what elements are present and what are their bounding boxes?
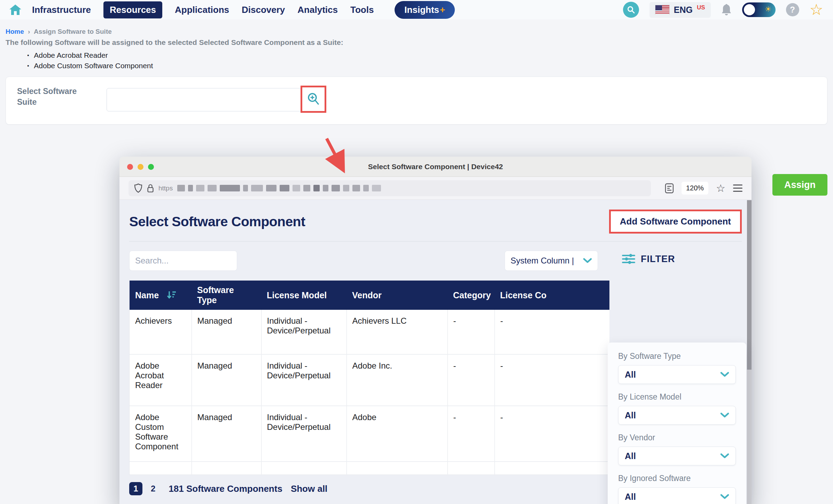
filter-label: FILTER	[641, 254, 675, 265]
bookmark-star-icon[interactable]: ☆	[716, 183, 725, 194]
component-link[interactable]: Achievers	[130, 310, 192, 354]
nav-item-analytics[interactable]: Analytics	[297, 5, 338, 15]
cell-software-type: Managed	[192, 406, 261, 462]
component-search-input[interactable]	[135, 256, 243, 266]
close-window-button[interactable]	[127, 164, 133, 170]
cell-category: -	[447, 310, 495, 354]
filter-label-ignored-software: By Ignored Software	[618, 474, 736, 483]
language-selector[interactable]: ENG US	[649, 2, 711, 18]
breadcrumb-home-link[interactable]: Home	[6, 28, 24, 35]
search-icon	[627, 6, 635, 14]
nav-right-cluster: ENG US ☀ ? ☆	[623, 2, 823, 18]
redacted-url	[177, 185, 381, 191]
assign-button[interactable]: Assign	[772, 174, 827, 196]
insights-plus-icon: +	[440, 5, 445, 15]
column-header-name[interactable]: Name	[130, 281, 192, 310]
popup-content: Select Software Component Add Software C…	[119, 210, 752, 495]
sun-icon: ☀	[765, 5, 772, 14]
select-software-component-window: Select Software Component | Device42 htt…	[119, 157, 752, 504]
cell-license-count: -	[495, 406, 609, 462]
language-region: US	[697, 4, 705, 11]
favorites-star-icon[interactable]: ☆	[810, 2, 823, 17]
table-row: Adobe Custom Software Component Managed …	[130, 406, 609, 462]
zoom-in-icon	[306, 92, 320, 107]
insights-button[interactable]: Insights+	[395, 1, 455, 19]
window-titlebar[interactable]: Select Software Component | Device42	[119, 157, 752, 177]
column-header-license-model[interactable]: License Model	[261, 281, 347, 310]
filter-select-software-type[interactable]: All	[618, 365, 736, 384]
list-item: Adobe Custom Software Component	[27, 61, 827, 71]
add-software-component-button[interactable]: Add Software Component	[609, 210, 742, 234]
minimize-window-button[interactable]	[138, 164, 143, 170]
language-code: ENG	[674, 5, 693, 15]
nav-item-infrastructure[interactable]: Infrastructure	[32, 5, 91, 15]
sort-descending-icon[interactable]	[166, 290, 177, 300]
table-row: Adobe Acrobat Reader Managed Individual …	[130, 354, 609, 406]
filter-select-license-model[interactable]: All	[618, 406, 736, 425]
browser-toolbar: https 120% ☆	[119, 177, 752, 200]
filter-value: All	[625, 410, 720, 420]
column-header-category[interactable]: Category	[447, 281, 495, 310]
theme-toggle[interactable]: ☀	[742, 2, 776, 17]
reader-mode-icon[interactable]	[665, 183, 674, 194]
page-body: Home › Assign Software to Suite The foll…	[0, 28, 833, 125]
nav-item-discovery[interactable]: Discovery	[242, 5, 285, 15]
table-header-row: Name Software Type License Model Vendor …	[130, 281, 609, 310]
select-suite-label: Select Software Suite	[17, 86, 90, 108]
column-header-software-type[interactable]: Software Type	[192, 281, 261, 310]
filter-panel: By Software Type All By License Model Al…	[608, 342, 746, 504]
cell-license-model: Individual - Device/Perpetual	[261, 310, 347, 354]
chevron-down-icon	[720, 412, 729, 418]
column-preset-select[interactable]: System Column |	[505, 251, 598, 271]
filter-toggle[interactable]: FILTER	[622, 253, 675, 265]
question-mark-icon: ?	[790, 5, 795, 15]
table-row: Achievers Managed Individual - Device/Pe…	[130, 310, 609, 354]
toggle-knob	[744, 4, 755, 15]
page-1-button[interactable]: 1	[129, 482, 142, 495]
filter-value: All	[625, 451, 720, 461]
filter-label-license-model: By License Model	[618, 392, 736, 402]
nav-item-applications[interactable]: Applications	[175, 5, 229, 15]
notifications-bell-icon[interactable]	[721, 4, 732, 16]
cell-category: -	[447, 354, 495, 406]
component-link[interactable]: Adobe Custom Software Component	[130, 406, 192, 462]
cell-vendor: Achievers LLC	[347, 310, 447, 354]
list-item: Adobe Acrobat Reader	[27, 50, 827, 61]
component-link[interactable]: Adobe Acrobat Reader	[130, 354, 192, 406]
filter-select-vendor[interactable]: All	[618, 447, 736, 465]
nav-item-tools[interactable]: Tools	[350, 5, 374, 15]
chevron-down-icon	[720, 453, 729, 459]
assignment-message: The following Software will be assigned …	[6, 38, 827, 47]
global-search-button[interactable]	[623, 2, 639, 18]
popup-scrollbar[interactable]	[747, 200, 752, 504]
home-icon[interactable]	[9, 4, 22, 15]
popup-heading: Select Software Component	[129, 214, 305, 229]
insights-label: Insights	[404, 5, 439, 15]
top-nav: Infrastructure Resources Applications Di…	[0, 0, 833, 19]
maximize-window-button[interactable]	[148, 164, 154, 170]
column-header-license-count[interactable]: License Co	[495, 281, 609, 310]
filter-label-vendor: By Vendor	[618, 433, 736, 442]
suite-input[interactable]	[107, 88, 303, 111]
scrollbar-thumb[interactable]	[747, 200, 752, 370]
address-bar[interactable]: https	[129, 180, 651, 196]
show-all-link[interactable]: Show all	[291, 483, 327, 494]
nav-item-resources[interactable]: Resources	[103, 1, 162, 18]
traffic-lights	[127, 164, 154, 170]
divider	[129, 241, 742, 242]
component-search-box[interactable]	[129, 251, 237, 271]
filter-label-software-type: By Software Type	[618, 352, 736, 361]
breadcrumb: Home › Assign Software to Suite	[6, 28, 827, 36]
select-suite-panel: Select Software Suite	[6, 77, 827, 125]
browser-menu-icon[interactable]	[733, 184, 742, 192]
shield-icon[interactable]	[134, 183, 142, 193]
browser-zoom-level[interactable]: 120%	[682, 182, 708, 195]
column-header-vendor[interactable]: Vendor	[347, 281, 447, 310]
page-2-button[interactable]: 2	[151, 484, 155, 494]
suite-lookup-button[interactable]	[301, 86, 326, 113]
help-button[interactable]: ?	[786, 3, 799, 16]
header-label: Name	[135, 290, 159, 300]
filter-select-ignored-software[interactable]: All	[618, 487, 736, 504]
breadcrumb-separator: ›	[28, 28, 30, 35]
cell-license-count: -	[495, 310, 609, 354]
